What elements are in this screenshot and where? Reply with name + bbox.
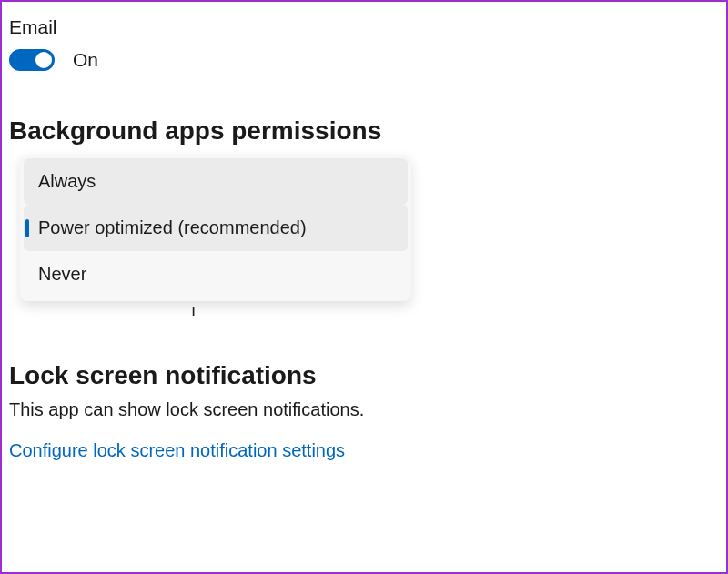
configure-lock-screen-link[interactable]: Configure lock screen notification setti… — [9, 440, 719, 461]
lock-screen-section: Lock screen notifications This app can s… — [9, 361, 719, 461]
dropdown-option-power-optimized[interactable]: Power optimized (recommended) — [24, 205, 408, 251]
lock-screen-heading: Lock screen notifications — [9, 361, 719, 390]
dropdown-option-always[interactable]: Always — [24, 158, 408, 205]
email-label: Email — [9, 16, 719, 38]
partially-hidden-text: | — [191, 305, 719, 316]
toggle-knob — [35, 52, 52, 68]
lock-screen-description: This app can show lock screen notificati… — [9, 399, 719, 420]
dropdown-option-never[interactable]: Never — [24, 251, 408, 297]
email-toggle-row: On — [9, 49, 719, 71]
email-toggle[interactable] — [9, 49, 55, 71]
background-apps-heading: Background apps permissions — [9, 116, 719, 146]
email-toggle-state: On — [73, 49, 98, 71]
background-apps-dropdown[interactable]: Always Power optimized (recommended) Nev… — [20, 155, 411, 301]
